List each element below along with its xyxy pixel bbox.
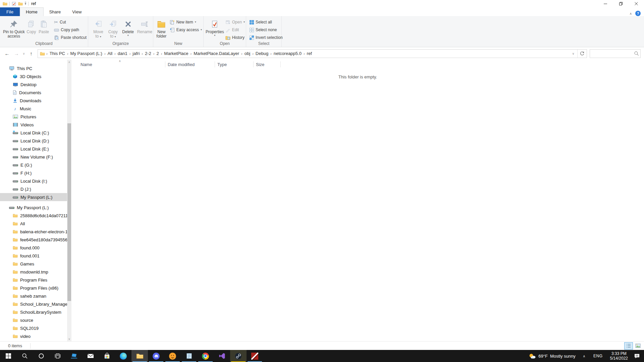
- refresh-button[interactable]: [577, 50, 587, 58]
- sidebar-folder-item[interactable]: video: [0, 332, 71, 340]
- move-to-button[interactable]: Move to ▾: [92, 18, 105, 39]
- sidebar-folder-item[interactable]: msdownld.tmp: [0, 268, 71, 276]
- search-box[interactable]: [590, 49, 641, 58]
- my-computer-icon[interactable]: [66, 350, 82, 362]
- edge-icon[interactable]: [115, 350, 131, 362]
- sidebar-item-local-disk-c[interactable]: Local Disk (C:): [0, 129, 71, 137]
- cortana-icon[interactable]: [33, 350, 49, 362]
- paste-shortcut-button[interactable]: Paste shortcut: [53, 34, 88, 41]
- sidebar-item-local-disk-e[interactable]: Local Disk (E:): [0, 145, 71, 153]
- sidebar-folder-item[interactable]: School_Library_Managemen: [0, 300, 71, 308]
- file-explorer-icon[interactable]: [131, 350, 148, 362]
- new-item-button[interactable]: New item▾: [168, 18, 203, 26]
- forward-button[interactable]: →: [12, 49, 21, 58]
- task-view-icon[interactable]: [49, 350, 66, 362]
- delete-button[interactable]: Delete ▾: [121, 18, 135, 37]
- sidebar-item-this-pc[interactable]: This PC: [0, 64, 71, 72]
- edit-button[interactable]: Edit: [224, 26, 246, 34]
- select-all-button[interactable]: Select all: [248, 18, 284, 26]
- breadcrumb-segment[interactable]: 2-2: [144, 51, 153, 56]
- sidebar-root-my-passport-l[interactable]: My Passport (L:): [0, 203, 71, 212]
- scrollbar-thumb[interactable]: [67, 123, 71, 301]
- tab-home[interactable]: Home: [20, 7, 44, 16]
- sidebar-item-3d-objects[interactable]: 3D Objects: [0, 72, 71, 80]
- sidebar-folder-item[interactable]: Games: [0, 260, 71, 268]
- tab-share[interactable]: Share: [44, 7, 67, 16]
- pin-to-quick-access-button[interactable]: Pin to Quick access: [3, 18, 25, 39]
- sidebar-item-music[interactable]: Music: [0, 105, 71, 113]
- notes-app-icon[interactable]: [181, 350, 197, 362]
- column-header-name[interactable]: Name: [78, 60, 165, 69]
- taskbar-search-icon[interactable]: [16, 350, 33, 362]
- breadcrumb-segment[interactable]: obj: [243, 51, 252, 56]
- breadcrumb-segment[interactable]: MarketPlace: [163, 51, 190, 56]
- sidebar-item-pictures[interactable]: Pictures: [0, 113, 71, 121]
- breadcrumb-segment[interactable]: dan1: [116, 51, 129, 56]
- microsoft-store-icon[interactable]: [99, 350, 115, 362]
- sidebar-folder-item[interactable]: source: [0, 316, 71, 324]
- breadcrumb-segment[interactable]: netcoreapp5.0: [272, 51, 303, 56]
- breadcrumb-segment[interactable]: jafri: [131, 51, 141, 56]
- tab-view[interactable]: View: [66, 7, 87, 16]
- breadcrumb-segment[interactable]: All: [106, 51, 114, 56]
- sidebar-folder-item[interactable]: saheb zaman: [0, 292, 71, 300]
- column-header-date-modified[interactable]: Date modified: [165, 60, 212, 69]
- tab-file[interactable]: File: [0, 7, 20, 16]
- copy-to-button[interactable]: Copy to ▾: [106, 18, 120, 39]
- dota-icon[interactable]: [247, 350, 263, 362]
- smiley-app-icon[interactable]: [164, 350, 181, 362]
- clock[interactable]: 3:33 PM 5/14/2022: [607, 351, 631, 361]
- search-input[interactable]: [592, 51, 634, 56]
- start-button[interactable]: [0, 350, 16, 362]
- breadcrumb-segment[interactable]: My Passport (L:): [69, 51, 104, 56]
- visual-studio-icon[interactable]: [214, 350, 230, 362]
- select-none-button[interactable]: Select none: [248, 26, 284, 34]
- sidebar-item-e-g[interactable]: E (G:): [0, 161, 71, 169]
- sidebar-folder-item[interactable]: Program Files: [0, 276, 71, 284]
- scroll-up-icon[interactable]: ∧: [67, 60, 71, 64]
- sidebar-item-downloads[interactable]: Downloads: [0, 97, 71, 105]
- open-button[interactable]: Open▾: [224, 18, 246, 26]
- column-divider[interactable]: [280, 61, 281, 67]
- sidebar-folder-item[interactable]: fee645ed180da7394556aca1: [0, 236, 71, 244]
- sidebar-item-new-volume-f[interactable]: New Volume (F:): [0, 153, 71, 161]
- back-button[interactable]: ←: [3, 49, 11, 58]
- breadcrumb-segment[interactable]: Debug: [254, 51, 270, 56]
- folder-icon[interactable]: [18, 2, 23, 6]
- column-header-type[interactable]: Type: [215, 60, 253, 69]
- sidebar-folder-item[interactable]: found.001: [0, 252, 71, 260]
- action-center-icon[interactable]: [631, 353, 644, 359]
- sidebar-item-f-h[interactable]: F (H:): [0, 169, 71, 177]
- close-button[interactable]: [629, 0, 644, 7]
- sidebar-folder-item[interactable]: Program Files (x86): [0, 284, 71, 292]
- column-header-size[interactable]: Size: [254, 60, 280, 69]
- copy-path-button[interactable]: Copy path: [53, 26, 88, 34]
- language-indicator[interactable]: ENG: [589, 354, 607, 358]
- sidebar-item-videos[interactable]: Videos: [0, 121, 71, 129]
- show-hidden-icons-chevron[interactable]: ∧: [579, 354, 589, 358]
- minimize-button[interactable]: [598, 0, 613, 7]
- recent-locations-caret-icon[interactable]: ∨: [21, 49, 26, 58]
- invert-selection-button[interactable]: Invert selection: [248, 34, 284, 41]
- customize-toolbar-caret-icon[interactable]: ▾: [25, 2, 26, 5]
- sidebar-item-d-j[interactable]: D (J:): [0, 185, 71, 193]
- paste-button[interactable]: Paste: [38, 18, 50, 34]
- sidebar-folder-item[interactable]: found.000: [0, 244, 71, 252]
- details-view-button[interactable]: [624, 342, 633, 350]
- sidebar-item-local-disk-d[interactable]: Local Disk (D:): [0, 137, 71, 145]
- steam-icon[interactable]: [230, 350, 247, 362]
- breadcrumb-segment[interactable]: This PC: [48, 51, 66, 56]
- properties-button[interactable]: Properties ▾: [206, 18, 224, 37]
- easy-access-button[interactable]: Easy access▾: [168, 26, 203, 34]
- sidebar-item-local-disk-i[interactable]: Local Disk (I:): [0, 177, 71, 185]
- cut-button[interactable]: ✂ Cut: [53, 18, 88, 26]
- sidebar-item-my-passport-l[interactable]: My Passport (L:): [0, 193, 71, 201]
- minimize-ribbon-icon[interactable]: ∧: [630, 12, 632, 15]
- folder-icon[interactable]: [3, 2, 7, 6]
- weather-widget[interactable]: 69°F Mostly sunny: [525, 353, 579, 359]
- copy-button[interactable]: Copy: [25, 18, 38, 34]
- breadcrumb-segment[interactable]: ref: [306, 51, 313, 56]
- breadcrumb-segment[interactable]: MarketPlace.DataLayer: [192, 51, 240, 56]
- help-icon[interactable]: ?: [635, 11, 641, 16]
- sidebar-scrollbar[interactable]: ∧ ∨: [67, 60, 71, 341]
